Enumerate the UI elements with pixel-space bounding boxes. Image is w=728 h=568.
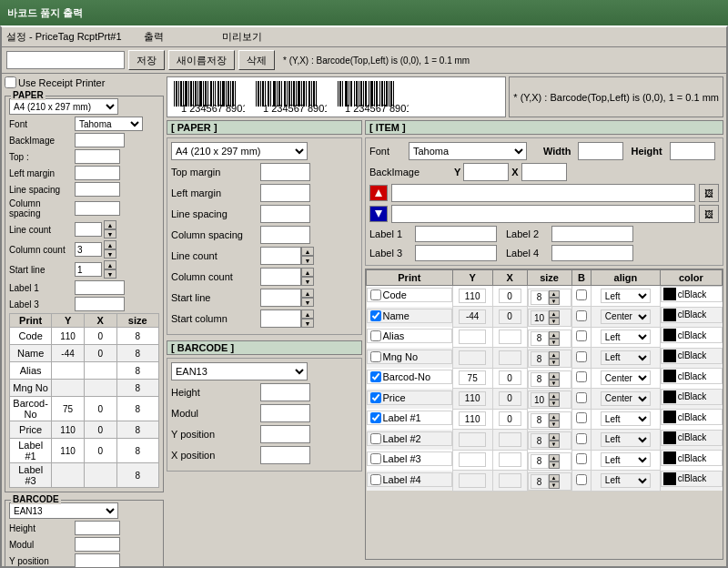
item-font-select[interactable]: Tahoma — [409, 142, 527, 160]
align-select-1[interactable]: Left Center Right — [601, 309, 651, 324]
mngno-y-left[interactable] — [54, 380, 82, 395]
bold-checkbox-8[interactable] — [576, 453, 587, 464]
size-up-7[interactable]: ▲ — [549, 433, 560, 441]
size-up-3[interactable]: ▲ — [549, 351, 560, 359]
delete-button[interactable]: 삭제 — [238, 50, 275, 70]
label4-input[interactable] — [551, 245, 633, 261]
left-margin-input-mid[interactable]: 0.00 — [260, 184, 310, 202]
top-margin-input[interactable]: 0.00 — [260, 163, 310, 181]
line-count-input-left[interactable]: 9 — [75, 222, 102, 237]
start-line-down-mid[interactable]: ▼ — [301, 298, 314, 307]
start-col-spinner-btns[interactable]: ▲ ▼ — [301, 309, 314, 328]
start-line-input-mid[interactable]: 1 — [260, 289, 301, 307]
print-checkbox-6[interactable] — [370, 412, 381, 423]
col-count-down[interactable]: ▼ — [104, 249, 116, 259]
align-select-7[interactable]: Left Center Right — [601, 432, 651, 447]
x-input-5[interactable] — [499, 391, 521, 406]
size-up-2[interactable]: ▲ — [549, 331, 560, 339]
start-line-up[interactable]: ▲ — [104, 260, 116, 269]
image-btn-1[interactable]: 🖼 — [699, 184, 719, 202]
x-input-9[interactable] — [499, 473, 521, 488]
blue-down-arrow[interactable] — [369, 206, 388, 222]
price-x-left[interactable] — [86, 422, 115, 437]
line-spacing-input-mid[interactable]: 280.00 — [260, 205, 310, 223]
col-count-input-left[interactable] — [75, 242, 102, 257]
size-input-9[interactable] — [531, 474, 549, 489]
bc-modul-input-left[interactable]: 0.60 — [75, 537, 120, 552]
x-input-2[interactable] — [499, 330, 521, 344]
size-input-7[interactable] — [531, 433, 549, 448]
line-count-up-mid[interactable]: ▲ — [301, 247, 314, 256]
label1-input[interactable]: KRW — [415, 226, 497, 242]
x-input-6[interactable] — [499, 411, 521, 426]
x-input-3[interactable] — [499, 350, 521, 365]
size-down-8[interactable]: ▼ — [549, 462, 560, 469]
start-line-up-mid[interactable]: ▲ — [301, 289, 314, 298]
size-down-2[interactable]: ▼ — [549, 339, 560, 346]
y-input-9[interactable] — [459, 473, 486, 488]
align-select-5[interactable]: Left Center Right — [601, 391, 651, 406]
alias-size-left[interactable] — [119, 363, 157, 378]
name-size-left[interactable] — [119, 346, 157, 360]
col-count-spinner[interactable]: ▲ ▼ — [104, 240, 116, 259]
y-input-0[interactable] — [459, 289, 486, 303]
size-input-1[interactable] — [531, 310, 549, 325]
bc-height-input-left[interactable]: 70.00 — [75, 521, 120, 535]
size-input-0[interactable] — [531, 290, 549, 305]
align-select-4[interactable]: Left Center Right — [601, 370, 651, 385]
paper-size-select[interactable]: A4 (210 x 297 mm) — [9, 98, 118, 115]
line-spacing-input-left[interactable]: 280.00 — [75, 182, 120, 197]
align-select-9[interactable]: Left Center Right — [601, 473, 651, 488]
y-input-6[interactable] — [459, 411, 486, 426]
save-as-button[interactable]: 새이름저장 — [168, 50, 235, 70]
line-count-down[interactable]: ▼ — [104, 229, 116, 238]
col-count-down-mid[interactable]: ▼ — [301, 277, 314, 286]
item-x-input[interactable] — [521, 163, 567, 181]
name-y-left[interactable] — [54, 346, 82, 360]
bold-checkbox-0[interactable] — [576, 289, 587, 300]
size-up-6[interactable]: ▲ — [549, 413, 560, 421]
size-input-6[interactable] — [531, 413, 549, 428]
code-y-left[interactable] — [54, 329, 82, 343]
align-select-2[interactable]: Left Center Right — [601, 330, 651, 344]
bc-xpos-input-mid[interactable]: 300.00 — [260, 446, 310, 464]
start-col-input-mid[interactable]: 1 — [260, 309, 301, 328]
y-input-3[interactable] — [459, 350, 486, 365]
y-input-4[interactable] — [459, 370, 486, 385]
text-input-2[interactable] — [391, 205, 695, 223]
bold-checkbox-3[interactable] — [576, 351, 587, 362]
x-input-4[interactable] — [499, 370, 521, 385]
y-input-8[interactable] — [459, 452, 486, 467]
y-input-1[interactable] — [459, 309, 486, 324]
bc-ypos-input-mid[interactable]: 300.00 — [260, 425, 310, 443]
barcode-type-select-left[interactable]: EAN13 — [9, 502, 118, 519]
col-count-spinner-btns[interactable]: ▲ ▼ — [301, 268, 314, 286]
print-checkbox-7[interactable] — [370, 433, 381, 444]
line-count-spinner[interactable]: ▲ ▼ — [104, 220, 116, 238]
name-x-left[interactable] — [86, 346, 115, 360]
print-checkbox-1[interactable] — [370, 310, 381, 321]
print-checkbox-5[interactable] — [370, 392, 381, 403]
lbl1-size-left[interactable] — [119, 443, 157, 458]
y-input-7[interactable] — [459, 432, 486, 447]
alias-x-left[interactable] — [86, 363, 115, 378]
col-count-up-mid[interactable]: ▲ — [301, 268, 314, 277]
line-count-spinner-btns[interactable]: ▲ ▼ — [301, 247, 314, 265]
bold-checkbox-4[interactable] — [576, 371, 587, 382]
code-size-left[interactable] — [119, 329, 157, 343]
label3-input[interactable] — [415, 245, 497, 261]
bold-checkbox-1[interactable] — [576, 310, 587, 321]
item-width-input[interactable] — [578, 142, 623, 160]
start-line-spinner-btns[interactable]: ▲ ▼ — [301, 289, 314, 307]
bc-ypos-input-left[interactable]: 300.00 — [75, 553, 120, 568]
barcodeno-x-left[interactable] — [86, 401, 115, 416]
backimage-input-left[interactable] — [75, 133, 125, 147]
save-button[interactable]: 저장 — [128, 50, 165, 70]
use-receipt-checkbox[interactable] — [5, 76, 16, 88]
lbl1-y-left[interactable] — [54, 443, 82, 458]
image-btn-2[interactable]: 🖼 — [699, 205, 719, 223]
y-input-2[interactable] — [459, 330, 486, 344]
size-down-9[interactable]: ▼ — [549, 482, 560, 489]
font-select-left[interactable]: Tahoma — [75, 117, 143, 131]
barcodeno-y-left[interactable] — [54, 401, 82, 416]
